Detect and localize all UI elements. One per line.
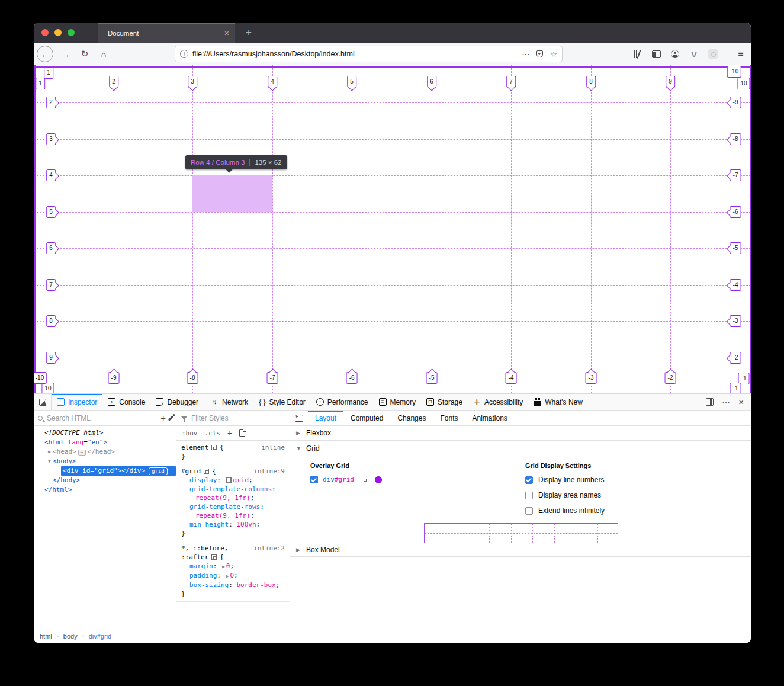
breadcrumb-item-html[interactable]: html — [40, 633, 52, 640]
sidebar-toggle-icon[interactable] — [652, 50, 661, 58]
tree-row[interactable]: ▶<head>⋯</head> — [34, 447, 176, 457]
devtools-close-icon[interactable]: × — [738, 397, 744, 407]
tab-close-icon[interactable]: × — [224, 28, 229, 38]
css-rule[interactable]: #grid {inline:9display: grid;grid-templa… — [176, 464, 290, 541]
property-value[interactable]: 100vh — [236, 521, 256, 528]
site-info-icon[interactable]: i — [180, 50, 188, 58]
tree-row[interactable]: </body> — [34, 476, 176, 485]
rule-selector[interactable]: #grid — [181, 467, 201, 476]
devtools-tab-performance[interactable]: ◔Performance — [311, 394, 374, 410]
node-markup[interactable]: <html lang="en"> — [44, 438, 107, 447]
css-declaration[interactable]: margin: ▶0; — [181, 562, 285, 571]
property-name[interactable]: margin — [189, 562, 213, 570]
reload-button[interactable]: ↻ — [78, 47, 92, 61]
filter-styles-bar[interactable]: Filter Styles — [176, 411, 290, 426]
dock-options-icon[interactable] — [706, 398, 714, 406]
css-declaration[interactable]: min-height: 100vh; — [181, 520, 285, 529]
bookmark-star-icon[interactable]: ☆ — [550, 50, 557, 59]
flexbox-section-header[interactable]: ▶ Flexbox — [290, 426, 751, 441]
browser-tab-document[interactable]: Document × — [98, 23, 235, 43]
css-declaration-value-line[interactable]: repeat(9, 1fr); — [181, 493, 285, 502]
rule-selector[interactable]: element — [181, 443, 208, 452]
scroll-to-node-icon[interactable] — [362, 477, 367, 482]
property-value[interactable]: repeat(9, 1fr) — [195, 494, 250, 502]
property-name[interactable]: box-sizing — [189, 581, 229, 589]
node-markup[interactable]: <!DOCTYPE html> — [44, 428, 103, 438]
tree-row[interactable]: <div id="grid"></div>grid — [34, 466, 176, 476]
checkbox[interactable] — [525, 476, 533, 484]
checkbox[interactable] — [525, 492, 533, 499]
css-declaration[interactable]: box-sizing: border-box; — [181, 581, 285, 589]
add-node-button[interactable]: + — [160, 413, 166, 423]
box-model-section-header[interactable]: ▶ Box Model — [290, 543, 751, 557]
highlight-selector-icon[interactable] — [204, 469, 209, 474]
new-tab-button[interactable]: + — [240, 23, 258, 43]
rule-selector[interactable]: ::after — [181, 553, 208, 562]
layout-sidebar-tab-computed[interactable]: Computed — [343, 411, 390, 425]
devtools-tab-accessibility[interactable]: ✛Accessibility — [468, 394, 528, 410]
page-actions-icon[interactable]: ⋯ — [522, 50, 529, 59]
rule-selector[interactable]: *, ::before, — [181, 544, 228, 553]
home-button[interactable]: ⌂ — [97, 47, 111, 61]
layout-sidebar-tab-changes[interactable]: Changes — [390, 411, 433, 425]
computed-expander-icon[interactable]: ▶ — [226, 573, 229, 579]
tree-row[interactable]: ▼<body> — [34, 457, 176, 466]
devtools-tab-console[interactable]: ›Console — [102, 394, 150, 410]
grid-badge[interactable]: grid — [149, 467, 168, 475]
url-text[interactable]: file:///Users/rasmusjohansson/Desktop/in… — [192, 50, 522, 58]
property-name[interactable]: min-height — [189, 521, 229, 528]
css-declaration[interactable]: grid-template-columns: — [181, 485, 285, 493]
vue-devtools-icon[interactable]: V — [689, 49, 699, 59]
property-value[interactable]: grid — [233, 476, 249, 484]
maximize-window-button[interactable] — [68, 29, 75, 36]
checkbox[interactable] — [525, 507, 533, 515]
rule-source-link[interactable]: inline:9 — [253, 467, 285, 476]
split-console-icon[interactable] — [290, 411, 308, 425]
url-bar[interactable]: i file:///Users/rasmusjohansson/Desktop/… — [175, 46, 563, 62]
layout-sidebar-tab-layout[interactable]: Layout — [308, 411, 343, 425]
grid-section-header[interactable]: ▼ Grid — [290, 441, 751, 456]
property-value[interactable]: border-box — [236, 581, 275, 589]
css-declaration-value-line[interactable]: repeat(9, 1fr); — [181, 511, 285, 520]
filter-styles-input[interactable]: Filter Styles — [191, 414, 229, 422]
tree-row[interactable]: <!DOCTYPE html> — [34, 428, 176, 438]
layout-sidebar-tab-fonts[interactable]: Fonts — [433, 411, 465, 425]
tree-row[interactable]: <html lang="en"> — [34, 438, 176, 447]
highlight-selector-icon[interactable] — [211, 445, 217, 450]
computed-expander-icon[interactable]: ▶ — [222, 564, 225, 569]
property-name[interactable]: grid-template-columns — [189, 485, 272, 493]
property-name[interactable]: grid-template-rows — [189, 503, 260, 511]
css-rule[interactable]: element {inline} — [176, 441, 290, 464]
forward-button[interactable]: → — [59, 47, 73, 61]
devtools-tab-debugger[interactable]: Debugger — [150, 394, 204, 410]
property-name[interactable]: display — [189, 476, 217, 484]
property-name[interactable]: padding — [189, 572, 217, 579]
pseudo-toggle-hov[interactable]: :hov — [182, 429, 198, 437]
library-icon[interactable] — [633, 50, 641, 58]
rule-source-link[interactable]: inline:2 — [253, 544, 285, 553]
grid-highlighter-toggle-icon[interactable] — [226, 477, 232, 483]
devtools-menu-icon[interactable]: ⋯ — [722, 398, 730, 407]
close-window-button[interactable] — [41, 29, 49, 36]
grid-color-swatch[interactable] — [375, 476, 382, 483]
devtools-tab-storage[interactable]: ⊟Storage — [421, 394, 468, 410]
expander-icon[interactable]: ▼ — [46, 457, 53, 466]
react-devtools-icon[interactable] — [708, 49, 718, 59]
node-markup[interactable]: <body> — [53, 457, 76, 466]
node-markup[interactable]: </body> — [53, 476, 80, 485]
node-picker-button[interactable] — [34, 394, 52, 410]
expander-icon[interactable]: ▶ — [46, 447, 53, 457]
devtools-tab-network[interactable]: ↑↓Network — [204, 394, 253, 410]
breadcrumb-item-divgrid[interactable]: div#grid — [89, 633, 112, 640]
account-icon[interactable] — [671, 50, 679, 58]
devtools-tab-style-editor[interactable]: { }Style Editor — [253, 394, 311, 410]
minimize-window-button[interactable] — [54, 29, 62, 36]
property-value[interactable]: repeat(9, 1fr) — [195, 512, 250, 520]
rule-source-link[interactable]: inline — [261, 443, 285, 452]
class-panel-icon[interactable] — [239, 429, 245, 437]
back-button[interactable]: ← — [37, 46, 53, 62]
node-markup[interactable]: </html> — [44, 485, 72, 495]
tree-row[interactable]: </html> — [34, 485, 176, 495]
eyedropper-icon[interactable] — [168, 415, 173, 421]
css-rule[interactable]: *, ::before,inline:2::after {margin: ▶0;… — [176, 541, 290, 602]
